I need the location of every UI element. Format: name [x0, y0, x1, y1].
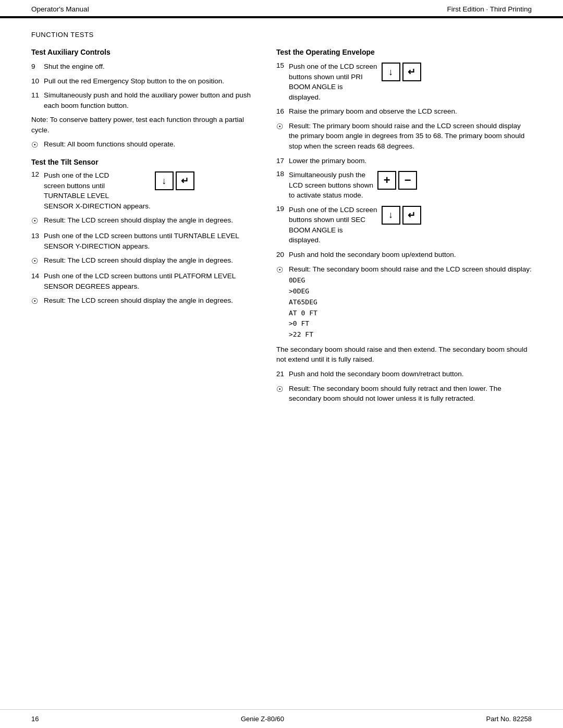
list-item: 12 Push one of the LCDscreen buttons unt… [31, 170, 255, 211]
item-number: 13 [31, 231, 41, 251]
item-content: Simultaneously push theLCD screen button… [289, 170, 532, 201]
content: FUNCTION TESTS Test Auxiliary Controls 9… [0, 18, 563, 709]
item-number: 16 [276, 106, 286, 117]
item-text: Pull out the red Emergency Stop button t… [44, 76, 255, 87]
result-symbol: ☉ [276, 264, 286, 340]
list-item: 17 Lower the primary boom. [276, 156, 532, 166]
result-text: Result: The secondary boom should raise … [289, 264, 532, 340]
header: Operator's Manual First Edition · Third … [0, 0, 563, 18]
down-arrow-button-icon: ↓ [155, 171, 174, 190]
item-number: 18 [276, 170, 286, 178]
item-number: 21 [276, 369, 286, 379]
enter-button-icon: ↵ [176, 171, 194, 190]
note-text: Note: To conserve battery power, test ea… [31, 115, 255, 135]
result-item: ☉ Result: The secondary boom should full… [276, 384, 532, 404]
item-content: Push one of the LCD screenbuttons shown … [289, 61, 532, 102]
two-column-layout: Test Auxiliary Controls 9 Shut the engin… [31, 48, 532, 408]
note-text: The secondary boom should raise and then… [276, 344, 532, 365]
result-text: Result: The LCD screen should display th… [44, 215, 255, 227]
subsection-title: Test the Tilt Sensor [31, 158, 255, 166]
button-icons-group: ↓ ↵ [155, 171, 194, 190]
header-left: Operator's Manual [31, 5, 89, 13]
item-text: Raise the primary boom and observe the L… [289, 106, 532, 117]
item-content: Push one of the LCD screenbuttons shown … [289, 205, 532, 245]
list-item: 14 Push one of the LCD screen buttons un… [31, 271, 255, 291]
list-item: 10 Pull out the red Emergency Stop butto… [31, 76, 255, 87]
header-right: First Edition · Third Printing [447, 5, 532, 13]
item-text: Simultaneously push theLCD screen button… [289, 170, 373, 201]
item-text: Push one of the LCD screen buttons until… [44, 231, 255, 251]
list-item: 13 Push one of the LCD screen buttons un… [31, 231, 255, 251]
result-item: ☉ Result: The primary boom should raise … [276, 121, 532, 152]
item-number: 9 [31, 61, 41, 72]
item-number: 14 [31, 271, 41, 291]
item-content: Push one of the LCDscreen buttons untilT… [44, 170, 255, 211]
right-section-title: Test the Operating Envelope [276, 48, 532, 56]
item-number: 19 [276, 205, 286, 213]
display-values: 0DEG >0DEG AT65DEG AT 0 FT >0 FT >22 FT [289, 275, 532, 340]
section-label: FUNCTION TESTS [31, 31, 532, 39]
result-symbol: ☉ [276, 384, 286, 404]
list-item: 15 Push one of the LCD screenbuttons sho… [276, 61, 532, 102]
list-item: 20 Push and hold the secondary boom up/e… [276, 250, 532, 260]
enter-button-icon: ↵ [402, 206, 421, 225]
list-item: 11 Simultaneously push and hold the auxi… [31, 90, 255, 110]
footer-page-number: 16 [31, 715, 39, 723]
result-item: ☉ Result: The secondary boom should rais… [276, 264, 532, 340]
item-number: 11 [31, 90, 41, 110]
col-right: Test the Operating Envelope 15 Push one … [276, 48, 532, 408]
result-text: Result: The secondary boom should fully … [289, 384, 532, 404]
result-text: Result: All boom functions should operat… [44, 139, 255, 151]
footer-part-number: Part No. 82258 [486, 715, 532, 723]
col-left: Test Auxiliary Controls 9 Shut the engin… [31, 48, 255, 408]
result-text: Result: The LCD screen should display th… [44, 295, 255, 307]
down-arrow-button-icon: ↓ [382, 206, 400, 225]
result-item: ☉ Result: The LCD screen should display … [31, 295, 255, 307]
minus-button-icon: − [398, 171, 417, 190]
result-symbol: ☉ [31, 215, 41, 227]
item-text: Push one of the LCDscreen buttons untilT… [44, 170, 151, 211]
list-item: 19 Push one of the LCD screenbuttons sho… [276, 205, 532, 245]
item-text: Shut the engine off. [44, 61, 255, 72]
list-item: 18 Simultaneously push theLCD screen but… [276, 170, 532, 201]
list-item: 21 Push and hold the secondary boom down… [276, 369, 532, 379]
item-number: 15 [276, 61, 286, 69]
item-text: Push and hold the secondary boom up/exte… [289, 250, 532, 260]
button-icons-group: ↓ ↵ [382, 206, 421, 225]
footer: 16 Genie Z-80/60 Part No. 82258 [0, 709, 563, 728]
item-text: Simultaneously push and hold the auxilia… [44, 90, 255, 110]
result-text: Result: The primary boom should raise an… [289, 121, 532, 152]
page: Operator's Manual First Edition · Third … [0, 0, 563, 728]
item-text: Push one of the LCD screen buttons until… [44, 271, 255, 291]
result-item: ☉ Result: All boom functions should oper… [31, 139, 255, 151]
item-text: Push and hold the secondary boom down/re… [289, 369, 532, 379]
button-icons-group: ↓ ↵ [382, 63, 421, 81]
item-text: Push one of the LCD screenbuttons shown … [289, 61, 377, 102]
button-icons-group: + − [377, 171, 417, 190]
result-item: ☉ Result: The LCD screen should display … [31, 215, 255, 227]
list-item: 16 Raise the primary boom and observe th… [276, 106, 532, 117]
result-item: ☉ Result: The LCD screen should display … [31, 255, 255, 267]
result-symbol: ☉ [31, 139, 41, 151]
down-arrow-button-icon: ↓ [382, 63, 400, 81]
item-number: 12 [31, 170, 41, 178]
plus-button-icon: + [377, 171, 396, 190]
item-number: 17 [276, 156, 286, 166]
enter-button-icon: ↵ [402, 63, 421, 81]
result-text: Result: The LCD screen should display th… [44, 255, 255, 267]
list-item: 9 Shut the engine off. [31, 61, 255, 72]
item-number: 20 [276, 250, 286, 260]
result-symbol: ☉ [276, 121, 286, 152]
result-symbol: ☉ [31, 255, 41, 267]
item-text: Push one of the LCD screenbuttons shown … [289, 205, 377, 245]
footer-model: Genie Z-80/60 [241, 715, 284, 723]
item-text: Lower the primary boom. [289, 156, 532, 166]
result-symbol: ☉ [31, 295, 41, 307]
left-section-title: Test Auxiliary Controls [31, 48, 255, 56]
item-number: 10 [31, 76, 41, 87]
